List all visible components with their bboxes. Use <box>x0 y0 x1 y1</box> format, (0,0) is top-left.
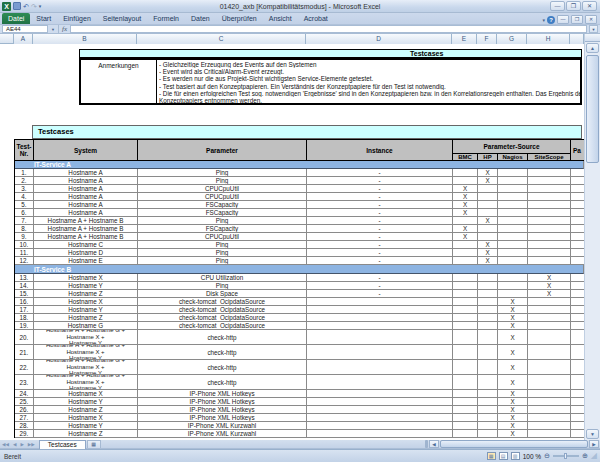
cell-parameter[interactable]: Ping <box>138 257 307 264</box>
tab-split-handle[interactable] <box>425 440 428 448</box>
cell-source-sitescope[interactable] <box>528 298 571 305</box>
cell-test-nr[interactable]: 23. <box>15 375 34 389</box>
cell-source-nagios[interactable]: X <box>498 322 528 329</box>
cell-right-partial[interactable] <box>571 249 584 256</box>
cell-right-partial[interactable] <box>571 430 584 437</box>
cell-source-bmc[interactable]: X <box>453 201 478 208</box>
cell-system[interactable]: Hostname H + Hostname G + Hostname X +Ho… <box>34 345 138 359</box>
cell-source-nagios[interactable] <box>498 233 528 240</box>
cell-source-nagios[interactable] <box>498 257 528 264</box>
cell-source-bmc[interactable] <box>453 274 478 281</box>
header-right-partial[interactable]: Pa <box>571 140 584 161</box>
zoom-level[interactable]: 100 % <box>523 453 541 460</box>
cell-instance[interactable] <box>307 375 453 389</box>
cell-source-sitescope[interactable] <box>528 249 571 256</box>
cell-source-nagios[interactable] <box>498 241 528 248</box>
cell-parameter[interactable]: FSCapacity <box>138 225 307 232</box>
sheet-tab-testcases[interactable]: Testcases <box>39 440 86 449</box>
cell-right-partial[interactable] <box>571 306 584 313</box>
cell-parameter[interactable]: check-tomcat_OcipdataSource <box>138 306 307 313</box>
cell-right-partial[interactable] <box>571 274 584 281</box>
cell-parameter[interactable]: IP-Phone XML Hotkeys <box>138 414 307 421</box>
cell-source-hp[interactable]: X <box>478 257 498 264</box>
ribbon-options-caret-icon[interactable]: ▾ <box>542 17 545 23</box>
cell-parameter[interactable]: check-http <box>138 330 307 344</box>
cell-test-nr[interactable]: 26. <box>15 406 34 413</box>
cell-test-nr[interactable]: 15. <box>15 290 34 297</box>
cell-source-bmc[interactable] <box>453 217 478 224</box>
cell-source-nagios[interactable] <box>498 225 528 232</box>
cell-system[interactable]: Hostname X <box>34 274 138 281</box>
cell-source-bmc[interactable]: X <box>453 193 478 200</box>
cell-source-bmc[interactable] <box>453 422 478 429</box>
cell-source-bmc[interactable] <box>453 398 478 405</box>
name-box-caret-icon[interactable]: ▼ <box>48 27 58 32</box>
cell-source-nagios[interactable] <box>498 274 528 281</box>
normal-view-button[interactable]: ▦ <box>487 452 496 460</box>
cell-source-nagios[interactable] <box>498 217 528 224</box>
ribbon-tab-ansicht[interactable]: Ansicht <box>263 13 298 24</box>
cell-right-partial[interactable] <box>571 375 584 389</box>
cell-source-bmc[interactable] <box>453 375 478 389</box>
cell-source-hp[interactable]: X <box>478 241 498 248</box>
header-system[interactable]: System <box>34 140 138 161</box>
cell-source-sitescope[interactable] <box>528 201 571 208</box>
cell-right-partial[interactable] <box>571 422 584 429</box>
cell-source-hp[interactable] <box>478 322 498 329</box>
cell-source-hp[interactable] <box>478 233 498 240</box>
select-all-corner[interactable] <box>0 34 14 44</box>
zoom-out-icon[interactable]: ⊖ <box>544 452 550 460</box>
cell-source-sitescope[interactable] <box>528 185 571 192</box>
cell-right-partial[interactable] <box>571 390 584 397</box>
cell-test-nr[interactable]: 16. <box>15 298 34 305</box>
cell-parameter[interactable]: IP-Phone XML Kurzwahl <box>138 422 307 429</box>
cell-system[interactable]: Hostname Y <box>34 306 138 313</box>
cell-source-bmc[interactable] <box>453 360 478 374</box>
table-title-band[interactable]: Testcases <box>32 125 582 139</box>
formula-input[interactable] <box>70 25 587 33</box>
cell-source-sitescope[interactable]: X <box>528 274 571 281</box>
cell-source-sitescope[interactable] <box>528 169 571 176</box>
cell-source-hp[interactable] <box>478 290 498 297</box>
cell-test-nr[interactable]: 18. <box>15 314 34 321</box>
cell-source-sitescope[interactable] <box>528 177 571 184</box>
cell-source-nagios[interactable]: X <box>498 398 528 405</box>
cell-source-bmc[interactable] <box>453 177 478 184</box>
cell-system[interactable]: Hostname H + Hostname G + Hostname X +Ho… <box>34 330 138 344</box>
cell-right-partial[interactable] <box>571 233 584 240</box>
cell-parameter[interactable]: IP-Phone XML Hotkeys <box>138 390 307 397</box>
cell-source-hp[interactable] <box>478 225 498 232</box>
redo-icon[interactable]: ↷ <box>31 2 37 11</box>
cell-system[interactable]: Hostname X <box>34 298 138 305</box>
cell-parameter[interactable]: FSCapacity <box>138 201 307 208</box>
cell-system[interactable]: Hostname C <box>34 241 138 248</box>
cell-source-nagios[interactable] <box>498 201 528 208</box>
cell-instance[interactable] <box>307 398 453 405</box>
cell-source-nagios[interactable]: X <box>498 414 528 421</box>
cell-source-bmc[interactable]: X <box>453 185 478 192</box>
vertical-scrollbar[interactable]: ▲ ▼ <box>584 34 600 440</box>
scroll-down-icon[interactable]: ▼ <box>586 429 599 439</box>
cell-right-partial[interactable] <box>571 177 584 184</box>
cell-system[interactable]: Hostname Y <box>34 282 138 289</box>
restore-button[interactable]: ❐ <box>566 1 581 11</box>
cell-parameter[interactable]: check-tomcat_OcipdataSource <box>138 322 307 329</box>
cell-source-sitescope[interactable] <box>528 314 571 321</box>
cell-source-hp[interactable] <box>478 422 498 429</box>
column-header-H[interactable]: H <box>527 34 570 44</box>
cell-source-hp[interactable] <box>478 201 498 208</box>
cell-source-hp[interactable] <box>478 193 498 200</box>
cell-right-partial[interactable] <box>571 398 584 405</box>
cell-test-nr[interactable]: 24. <box>15 390 34 397</box>
cell-source-bmc[interactable] <box>453 322 478 329</box>
cell-system[interactable]: Hostname H + Hostname G + Hostname X +Ho… <box>34 375 138 389</box>
cell-right-partial[interactable] <box>571 330 584 344</box>
cell-right-partial[interactable] <box>571 290 584 297</box>
header-source-sitescope[interactable]: SiteScope <box>528 154 571 161</box>
cell-right-partial[interactable] <box>571 169 584 176</box>
cell-source-hp[interactable]: X <box>478 249 498 256</box>
cell-source-hp[interactable]: X <box>478 169 498 176</box>
cell-parameter[interactable]: Disk Space <box>138 290 307 297</box>
cell-right-partial[interactable] <box>571 298 584 305</box>
cell-test-nr[interactable]: 13. <box>15 274 34 281</box>
